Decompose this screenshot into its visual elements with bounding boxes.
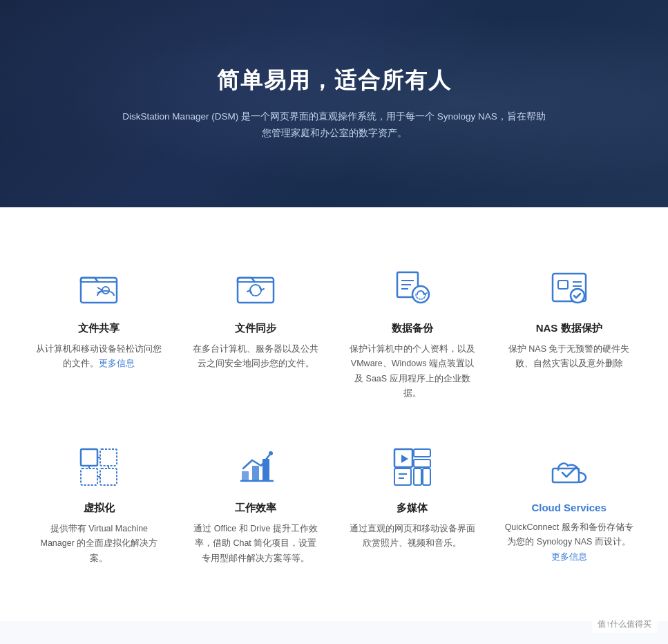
svg-rect-14 [81, 449, 97, 466]
feature-item-file-sharing: 文件共享从计算机和移动设备轻松访问您的文件。更多信息 [28, 249, 171, 422]
hero-content: 简单易用，适合所有人 DiskStation Manager (DSM) 是一个… [106, 66, 562, 142]
bottom-section: 管理配置、维护和监控 NAS 的每个方面 — 无需 IT 专业人员。 数据安全强… [0, 621, 668, 644]
svg-rect-29 [414, 449, 430, 457]
file-sync-icon [231, 263, 280, 312]
feature-title-productivity: 工作效率 [235, 502, 276, 515]
feature-desc-multimedia: 通过直观的网页和移动设备界面欣赏照片、视频和音乐。 [348, 522, 477, 551]
svg-marker-28 [401, 455, 408, 463]
feature-link-file-sharing[interactable]: 更多信息 [99, 359, 135, 368]
svg-rect-34 [414, 468, 421, 485]
feature-desc-productivity: 通过 Office 和 Drive 提升工作效率，借助 Chat 简化项目，设置… [191, 522, 321, 566]
feature-desc-data-backup: 保护计算机中的个人资料，以及 VMware、Windows 端点装置以及 Saa… [348, 342, 477, 401]
svg-rect-35 [423, 468, 430, 485]
feature-title-virtualization: 虚拟化 [84, 502, 115, 515]
svg-rect-15 [100, 449, 117, 466]
feature-item-virtualization: 虚拟化提供带有 Virtual Machine Manager 的全面虚拟化解决… [28, 428, 171, 587]
svg-rect-24 [252, 466, 259, 481]
file-sharing-icon [74, 263, 124, 312]
feature-title-data-backup: 数据备份 [392, 322, 433, 335]
feature-item-file-sync: 文件同步在多台计算机、服务器以及公共云之间安全地同步您的文件。 [184, 249, 327, 422]
feature-item-cloud-services: Cloud ServicesQuickConnect 服务和备份存储专为您的 S… [497, 428, 640, 587]
svg-rect-31 [394, 468, 411, 485]
hero-description: DiskStation Manager (DSM) 是一个网页界面的直观操作系统… [120, 108, 548, 142]
feature-title-multimedia: 多媒体 [397, 502, 428, 515]
data-backup-icon [388, 263, 437, 312]
features-row-1: 文件共享从计算机和移动设备轻松访问您的文件。更多信息 文件同步在多台计算机、服务… [28, 249, 640, 422]
svg-rect-23 [242, 471, 249, 481]
productivity-icon [231, 442, 280, 492]
feature-link-cloud-services[interactable]: 更多信息 [551, 552, 587, 562]
nas-protect-icon [544, 263, 594, 312]
svg-point-4 [412, 286, 429, 303]
feature-item-nas-protect: NAS 数据保护保护 NAS 免于无预警的硬件失败、自然灾害以及意外删除 [497, 249, 640, 422]
svg-point-26 [269, 451, 273, 455]
feature-title-nas-protect: NAS 数据保护 [536, 322, 602, 335]
feature-title-file-sync: 文件同步 [235, 322, 276, 335]
svg-rect-9 [558, 281, 568, 289]
feature-title-cloud-services: Cloud Services [531, 502, 606, 513]
multimedia-icon [388, 442, 437, 492]
feature-desc-nas-protect: 保护 NAS 免于无预警的硬件失败、自然灾害以及意外删除 [504, 342, 633, 372]
feature-desc-cloud-services[interactable]: QuickConnect 服务和备份存储专为您的 Synology NAS 而设… [504, 520, 633, 565]
feature-desc-file-sync: 在多台计算机、服务器以及公共云之间安全地同步您的文件。 [191, 342, 321, 372]
hero-section: 简单易用，适合所有人 DiskStation Manager (DSM) 是一个… [0, 0, 668, 207]
svg-rect-30 [414, 460, 430, 467]
feature-title-file-sharing: 文件共享 [78, 322, 120, 335]
virtualization-icon [74, 442, 124, 492]
features-section: 文件共享从计算机和移动设备轻松访问您的文件。更多信息 文件同步在多台计算机、服务… [0, 207, 668, 621]
feature-item-productivity: 工作效率通过 Office 和 Drive 提升工作效率，借助 Chat 简化项… [184, 428, 327, 587]
feature-desc-virtualization: 提供带有 Virtual Machine Manager 的全面虚拟化解决方案。 [35, 522, 164, 566]
feature-item-multimedia: 多媒体通过直观的网页和移动设备界面欣赏照片、视频和音乐。 [341, 428, 484, 587]
svg-rect-17 [100, 468, 117, 485]
watermark: 值↑什么值得买 [592, 616, 657, 633]
hero-title: 简单易用，适合所有人 [120, 66, 548, 96]
feature-item-data-backup: 数据备份保护计算机中的个人资料，以及 VMware、Windows 端点装置以及… [341, 249, 484, 422]
svg-rect-16 [81, 468, 97, 485]
features-row-2: 虚拟化提供带有 Virtual Machine Manager 的全面虚拟化解决… [28, 428, 640, 587]
feature-desc-file-sharing[interactable]: 从计算机和移动设备轻松访问您的文件。更多信息 [35, 342, 164, 372]
cloud-services-icon [544, 442, 594, 492]
